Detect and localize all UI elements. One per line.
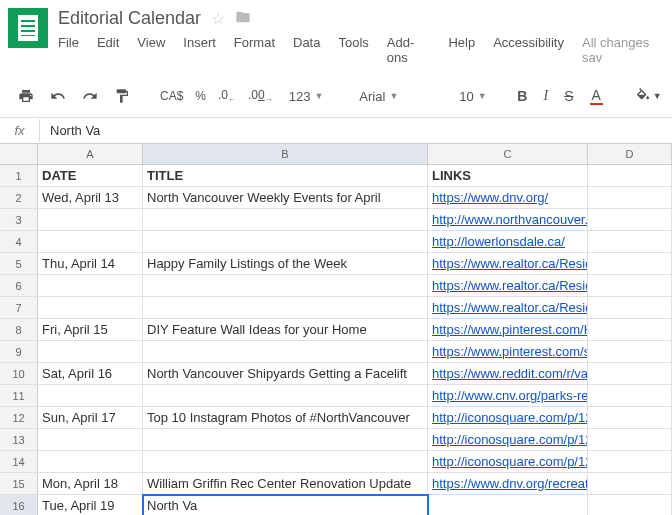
cell[interactable]: TITLE	[143, 165, 428, 186]
cell-link[interactable]: http://lowerlonsdale.ca/	[428, 231, 588, 252]
formula-input[interactable]: North Va	[40, 119, 672, 142]
row-header[interactable]: 3	[0, 209, 38, 230]
row-header[interactable]: 6	[0, 275, 38, 296]
cell[interactable]: Sun, April 17	[38, 407, 143, 428]
row-header[interactable]: 11	[0, 385, 38, 406]
cell[interactable]	[143, 231, 428, 252]
menu-addons[interactable]: Add-ons	[387, 35, 431, 69]
sheets-logo[interactable]	[8, 8, 48, 48]
row-header[interactable]: 1	[0, 165, 38, 186]
cell[interactable]	[588, 363, 672, 384]
bold-button[interactable]: B	[511, 84, 533, 108]
increase-decimal[interactable]: .00→	[244, 88, 277, 104]
cell[interactable]	[588, 407, 672, 428]
cell-link[interactable]: https://www.dnv.org/	[428, 187, 588, 208]
cell[interactable]	[143, 341, 428, 362]
menu-view[interactable]: View	[137, 35, 165, 69]
row-header[interactable]: 16	[0, 495, 38, 515]
cell-link[interactable]: http://iconosquare.com/p/1223377994112	[428, 429, 588, 450]
cell[interactable]: North Vancouver Shipyards Getting a Face…	[143, 363, 428, 384]
fx-label[interactable]: fx	[0, 119, 40, 142]
row-header[interactable]: 10	[0, 363, 38, 384]
menu-format[interactable]: Format	[234, 35, 275, 69]
cell-link[interactable]: http://www.cnv.org/parks-recreation-and-…	[428, 385, 588, 406]
cell[interactable]	[588, 495, 672, 515]
strikethrough-button[interactable]: S	[558, 84, 579, 108]
cell-link[interactable]: https://www.pinterest.com/search/pins/?0	[428, 341, 588, 362]
cell-link[interactable]: http://www.northvancouver.com	[428, 209, 588, 230]
number-format-dropdown[interactable]: 123▼	[281, 87, 332, 106]
menu-help[interactable]: Help	[448, 35, 475, 69]
cell[interactable]	[38, 341, 143, 362]
cell[interactable]	[588, 275, 672, 296]
cell[interactable]	[588, 341, 672, 362]
menu-accessibility[interactable]: Accessibility	[493, 35, 564, 69]
cell[interactable]	[588, 165, 672, 186]
cell[interactable]: Top 10 Instagram Photos of #NorthVancouv…	[143, 407, 428, 428]
row-header[interactable]: 8	[0, 319, 38, 340]
col-header-c[interactable]: C	[428, 144, 588, 164]
cell[interactable]: Wed, April 13	[38, 187, 143, 208]
cell[interactable]	[38, 209, 143, 230]
cell[interactable]	[588, 297, 672, 318]
row-header[interactable]: 13	[0, 429, 38, 450]
cell-link[interactable]: https://www.pinterest.com/HobbyLobby/di	[428, 319, 588, 340]
menu-file[interactable]: File	[58, 35, 79, 69]
decrease-decimal[interactable]: .0←	[214, 88, 240, 104]
select-all-corner[interactable]	[0, 144, 38, 164]
cell[interactable]	[588, 209, 672, 230]
menu-edit[interactable]: Edit	[97, 35, 119, 69]
cell[interactable]	[588, 473, 672, 494]
cell[interactable]: William Griffin Rec Center Renovation Up…	[143, 473, 428, 494]
font-size-dropdown[interactable]: 10▼	[451, 87, 491, 106]
cell-link[interactable]: http://iconosquare.com/p/1223371933538	[428, 451, 588, 472]
cell-link[interactable]: https://www.realtor.ca/Residential/Singl…	[428, 297, 588, 318]
cell[interactable]	[38, 297, 143, 318]
row-header[interactable]: 2	[0, 187, 38, 208]
col-header-d[interactable]: D	[588, 144, 672, 164]
cell[interactable]	[588, 253, 672, 274]
print-icon[interactable]	[12, 84, 40, 108]
cell[interactable]	[38, 451, 143, 472]
row-header[interactable]: 7	[0, 297, 38, 318]
cell[interactable]	[38, 275, 143, 296]
cell[interactable]	[38, 385, 143, 406]
cell[interactable]	[588, 451, 672, 472]
cell[interactable]: North Vancouver Weekly Events for April	[143, 187, 428, 208]
paint-format-icon[interactable]	[108, 84, 136, 108]
menu-data[interactable]: Data	[293, 35, 320, 69]
undo-icon[interactable]	[44, 84, 72, 108]
currency-format[interactable]: CA$	[156, 89, 187, 103]
row-header[interactable]: 12	[0, 407, 38, 428]
row-header[interactable]: 15	[0, 473, 38, 494]
cell[interactable]	[143, 275, 428, 296]
cell[interactable]	[143, 429, 428, 450]
menu-tools[interactable]: Tools	[338, 35, 368, 69]
cell[interactable]: Thu, April 14	[38, 253, 143, 274]
cell[interactable]	[38, 231, 143, 252]
folder-icon[interactable]	[235, 9, 251, 29]
fill-color-icon[interactable]: ▼	[629, 84, 668, 108]
cell[interactable]: DATE	[38, 165, 143, 186]
cell[interactable]	[588, 429, 672, 450]
cell[interactable]: Happy Family Listings of the Week	[143, 253, 428, 274]
row-header[interactable]: 9	[0, 341, 38, 362]
cell[interactable]	[588, 231, 672, 252]
cell[interactable]	[143, 297, 428, 318]
cell-link[interactable]: https://www.realtor.ca/Residential/Singl…	[428, 275, 588, 296]
cell[interactable]	[588, 187, 672, 208]
cell[interactable]	[588, 385, 672, 406]
cell[interactable]: Sat, April 16	[38, 363, 143, 384]
cell[interactable]: Tue, April 19	[38, 495, 143, 515]
percent-format[interactable]: %	[191, 89, 210, 103]
cell-link[interactable]: http://iconosquare.com/p/1223386906262	[428, 407, 588, 428]
menu-insert[interactable]: Insert	[183, 35, 216, 69]
cell[interactable]	[143, 209, 428, 230]
font-dropdown[interactable]: Arial▼	[351, 87, 431, 106]
row-header[interactable]: 5	[0, 253, 38, 274]
cell-link[interactable]: https://www.reddit.com/r/vancouver/comm	[428, 363, 588, 384]
col-header-b[interactable]: B	[143, 144, 428, 164]
doc-title[interactable]: Editorial Calendar	[58, 8, 201, 29]
cell-link[interactable]: https://www.dnv.org/recreation-and-leisu…	[428, 473, 588, 494]
cell[interactable]	[588, 319, 672, 340]
